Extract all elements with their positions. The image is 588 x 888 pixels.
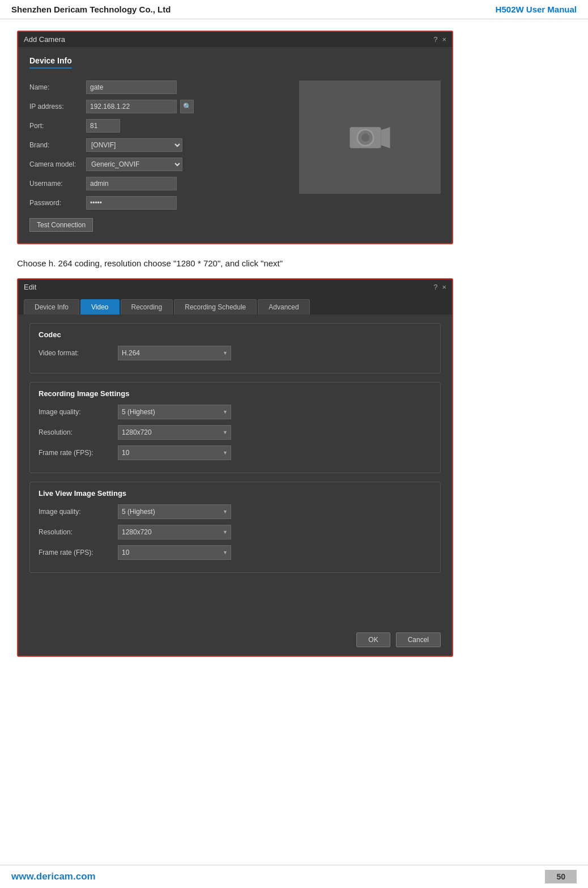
port-input[interactable]: [86, 119, 120, 133]
video-format-select-wrapper: H.264 H.265 MJPEG: [118, 346, 231, 360]
add-camera-titlebar: Add Camera ? ×: [18, 32, 452, 47]
codec-title: Codec: [39, 330, 432, 339]
live-resolution-row: Resolution: 1280x720 1920x1080 640x480: [39, 525, 432, 539]
live-image-quality-select[interactable]: 5 (Highest) 4 3 2 1 (Lowest): [118, 504, 231, 519]
ok-button[interactable]: OK: [356, 632, 390, 647]
camera-preview: [299, 80, 441, 194]
live-fps-select[interactable]: 10 15 20 25 30: [118, 545, 231, 560]
footer-website: www.dericam.com: [11, 871, 96, 882]
camera-model-row: Camera model: Generic_ONVIF: [29, 158, 288, 171]
rec-fps-select[interactable]: 10 15 20 25 30: [118, 445, 231, 460]
live-view-image-settings-title: Live View Image Settings: [39, 489, 432, 498]
add-camera-title: Add Camera: [24, 35, 65, 44]
ip-label: IP address:: [29, 103, 86, 111]
edit-title: Edit: [24, 283, 36, 291]
add-camera-controls: ? ×: [433, 35, 446, 44]
port-label: Port:: [29, 122, 86, 130]
ip-input[interactable]: [86, 100, 177, 113]
edit-close-icon[interactable]: ×: [442, 283, 446, 291]
tab-advanced[interactable]: Advanced: [258, 299, 309, 315]
live-image-quality-label: Image quality:: [39, 508, 118, 516]
page-header: Shenzhen Dericam Technology Co., Ltd H50…: [0, 0, 588, 19]
test-conn-wrapper: Test Connection: [29, 215, 288, 232]
test-connection-button[interactable]: Test Connection: [29, 218, 93, 232]
ip-input-group: 🔍: [86, 100, 194, 113]
edit-dialog-wrapper: Edit ? × Device Info Video Recording: [17, 278, 571, 657]
page-footer: www.dericam.com 50: [0, 865, 588, 888]
cancel-button[interactable]: Cancel: [396, 632, 441, 647]
username-label: Username:: [29, 180, 86, 188]
live-resolution-select-wrapper: 1280x720 1920x1080 640x480: [118, 525, 231, 539]
rec-resolution-row: Resolution: 1280x720 1920x1080 640x480: [39, 425, 432, 440]
tab-advanced-label: Advanced: [269, 303, 299, 311]
company-name: Shenzhen Dericam Technology Co., Ltd: [11, 5, 171, 14]
edit-dialog-footer: OK Cancel: [18, 627, 452, 656]
camera-model-select[interactable]: Generic_ONVIF: [86, 158, 182, 171]
rec-resolution-select[interactable]: 1280x720 1920x1080 640x480: [118, 425, 231, 440]
ip-row: IP address: 🔍: [29, 100, 288, 113]
tab-recording-schedule[interactable]: Recording Schedule: [174, 299, 257, 315]
camera-svg-icon: [347, 119, 393, 156]
tab-device-info-label: Device Info: [35, 303, 69, 311]
name-input[interactable]: [86, 80, 177, 94]
manual-title: H502W User Manual: [496, 5, 577, 14]
username-row: Username:: [29, 177, 288, 190]
tabs-bar: Device Info Video Recording Recording Sc…: [18, 295, 452, 315]
codec-section: Codec Video format: H.264 H.265 MJPEG: [29, 323, 441, 373]
live-resolution-select[interactable]: 1280x720 1920x1080 640x480: [118, 525, 231, 539]
close-icon[interactable]: ×: [442, 35, 446, 44]
camera-model-label: Camera model:: [29, 160, 86, 168]
brand-label: Brand:: [29, 141, 86, 149]
help-icon[interactable]: ?: [433, 35, 437, 44]
rec-image-quality-row: Image quality: 5 (Highest) 4 3 2 1 (Lowe…: [39, 405, 432, 419]
tab-video-label: Video: [91, 303, 108, 311]
edit-dialog: Edit ? × Device Info Video Recording: [17, 278, 453, 657]
brand-select[interactable]: [ONVIF]: [86, 138, 182, 152]
tab-video[interactable]: Video: [80, 299, 119, 315]
add-camera-body: Device Info Name: IP address: 🔍: [18, 47, 452, 243]
live-view-image-settings-section: Live View Image Settings Image quality: …: [29, 482, 441, 573]
live-fps-select-wrapper: 10 15 20 25 30: [118, 545, 231, 560]
svg-point-2: [361, 133, 369, 141]
ip-search-button[interactable]: 🔍: [180, 100, 194, 113]
brand-row: Brand: [ONVIF]: [29, 138, 288, 152]
password-input[interactable]: [86, 196, 177, 210]
camera-icon: [347, 120, 393, 154]
recording-image-settings-title: Recording Image Settings: [39, 389, 432, 398]
live-fps-label: Frame rate (FPS):: [39, 549, 118, 556]
tab-recording-schedule-label: Recording Schedule: [185, 303, 246, 311]
rec-image-quality-select-wrapper: 5 (Highest) 4 3 2 1 (Lowest): [118, 405, 231, 419]
video-format-label: Video format:: [39, 349, 118, 357]
rec-image-quality-label: Image quality:: [39, 408, 118, 416]
live-image-quality-select-wrapper: 5 (Highest) 4 3 2 1 (Lowest): [118, 504, 231, 519]
password-row: Password:: [29, 196, 288, 210]
username-input[interactable]: [86, 177, 177, 190]
edit-controls: ? ×: [433, 283, 446, 291]
tab-device-info[interactable]: Device Info: [24, 299, 79, 315]
add-camera-dialog: Add Camera ? × Device Info Name: I: [17, 31, 453, 244]
rec-image-quality-select[interactable]: 5 (Highest) 4 3 2 1 (Lowest): [118, 405, 231, 419]
name-label: Name:: [29, 83, 86, 91]
live-image-quality-row: Image quality: 5 (Highest) 4 3 2 1 (Lowe…: [39, 504, 432, 519]
video-format-select[interactable]: H.264 H.265 MJPEG: [118, 346, 231, 360]
recording-image-settings-section: Recording Image Settings Image quality: …: [29, 382, 441, 473]
page-content: Add Camera ? × Device Info Name: I: [0, 19, 588, 682]
port-row: Port:: [29, 119, 288, 133]
password-label: Password:: [29, 199, 86, 207]
device-info-heading: Device Info: [29, 56, 72, 69]
rec-resolution-select-wrapper: 1280x720 1920x1080 640x480: [118, 425, 231, 440]
video-format-row: Video format: H.264 H.265 MJPEG: [39, 346, 432, 360]
add-camera-form-area: Name: IP address: 🔍 Port:: [29, 80, 441, 232]
between-text: Choose h. 264 coding, resolution choose …: [17, 258, 571, 268]
rec-fps-label: Frame rate (FPS):: [39, 449, 118, 457]
tab-recording[interactable]: Recording: [121, 299, 173, 315]
edit-help-icon[interactable]: ?: [433, 283, 437, 291]
tab-recording-label: Recording: [131, 303, 163, 311]
empty-space: [29, 581, 441, 615]
edit-titlebar: Edit ? ×: [18, 279, 452, 295]
name-row: Name:: [29, 80, 288, 94]
add-camera-fields: Name: IP address: 🔍 Port:: [29, 80, 288, 232]
rec-resolution-label: Resolution:: [39, 428, 118, 436]
add-camera-dialog-wrapper: Add Camera ? × Device Info Name: I: [17, 31, 571, 244]
footer-page-number: 50: [545, 870, 577, 883]
